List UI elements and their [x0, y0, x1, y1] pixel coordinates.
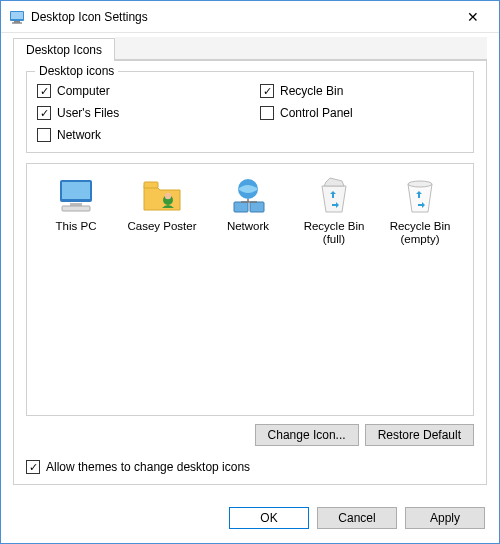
tab-row: Desktop Icons	[13, 37, 487, 60]
icon-label: This PC	[56, 220, 97, 233]
icon-recycle-bin-full[interactable]: Recycle Bin (full)	[293, 172, 375, 250]
icon-button-row: Change Icon... Restore Default	[26, 424, 474, 446]
dialog-window: Desktop Icon Settings ✕ Desktop Icons De…	[0, 0, 500, 544]
checkbox-label: Recycle Bin	[280, 84, 343, 98]
checkbox-label: Network	[57, 128, 101, 142]
check-icon[interactable]: ✓	[37, 84, 51, 98]
checkbox-computer[interactable]: ✓ Computer	[37, 84, 240, 98]
check-icon[interactable]: ✓	[37, 106, 51, 120]
svg-point-10	[165, 193, 171, 199]
icon-user-folder[interactable]: Casey Poster	[121, 172, 203, 250]
allow-themes-row[interactable]: ✓ Allow themes to change desktop icons	[26, 460, 474, 474]
checkbox-control-panel[interactable]: Control Panel	[260, 106, 463, 120]
check-icon[interactable]: ✓	[26, 460, 40, 474]
monitor-icon	[54, 176, 98, 216]
titlebar: Desktop Icon Settings ✕	[1, 1, 499, 33]
icon-label: Casey Poster	[127, 220, 196, 233]
network-icon	[226, 176, 270, 216]
user-folder-icon	[140, 176, 184, 216]
cancel-button[interactable]: Cancel	[317, 507, 397, 529]
window-icon	[9, 9, 25, 25]
check-icon[interactable]	[37, 128, 51, 142]
tab-desktop-icons[interactable]: Desktop Icons	[13, 38, 115, 61]
svg-rect-2	[14, 21, 20, 23]
checkbox-users-files[interactable]: ✓ User's Files	[37, 106, 240, 120]
window-title: Desktop Icon Settings	[31, 10, 455, 24]
checkbox-recycle-bin[interactable]: ✓ Recycle Bin	[260, 84, 463, 98]
icon-this-pc[interactable]: This PC	[35, 172, 117, 250]
checkbox-label: Computer	[57, 84, 110, 98]
checkbox-label: User's Files	[57, 106, 119, 120]
checkbox-grid: ✓ Computer ✓ Recycle Bin ✓ User's Files …	[37, 84, 463, 142]
check-icon[interactable]	[260, 106, 274, 120]
icon-label: Recycle Bin (full)	[295, 220, 373, 246]
icon-label: Network	[227, 220, 269, 233]
icon-preview-pane: This PC Casey Poster	[26, 163, 474, 416]
tab-body: Desktop icons ✓ Computer ✓ Recycle Bin ✓…	[13, 60, 487, 485]
icon-recycle-bin-empty[interactable]: Recycle Bin (empty)	[379, 172, 461, 250]
dialog-button-row: OK Cancel Apply	[1, 497, 499, 543]
recycle-bin-full-icon	[312, 176, 356, 216]
allow-themes-label: Allow themes to change desktop icons	[46, 460, 250, 474]
restore-default-button[interactable]: Restore Default	[365, 424, 474, 446]
apply-button[interactable]: Apply	[405, 507, 485, 529]
close-button[interactable]: ✕	[455, 3, 491, 31]
recycle-bin-empty-icon	[398, 176, 442, 216]
desktop-icons-group: Desktop icons ✓ Computer ✓ Recycle Bin ✓…	[26, 71, 474, 153]
change-icon-button[interactable]: Change Icon...	[255, 424, 359, 446]
check-icon[interactable]: ✓	[260, 84, 274, 98]
svg-rect-3	[12, 22, 22, 23]
svg-rect-13	[250, 202, 264, 212]
content-area: Desktop Icons Desktop icons ✓ Computer ✓…	[1, 33, 499, 497]
icon-network[interactable]: Network	[207, 172, 289, 250]
svg-rect-8	[144, 182, 158, 188]
svg-rect-7	[62, 206, 90, 211]
group-label: Desktop icons	[35, 64, 118, 78]
icon-label: Recycle Bin (empty)	[381, 220, 459, 246]
checkbox-network[interactable]: Network	[37, 128, 240, 142]
svg-rect-1	[11, 12, 23, 19]
ok-button[interactable]: OK	[229, 507, 309, 529]
svg-rect-12	[234, 202, 248, 212]
svg-rect-5	[62, 182, 90, 199]
svg-point-16	[408, 181, 432, 187]
checkbox-label: Control Panel	[280, 106, 353, 120]
